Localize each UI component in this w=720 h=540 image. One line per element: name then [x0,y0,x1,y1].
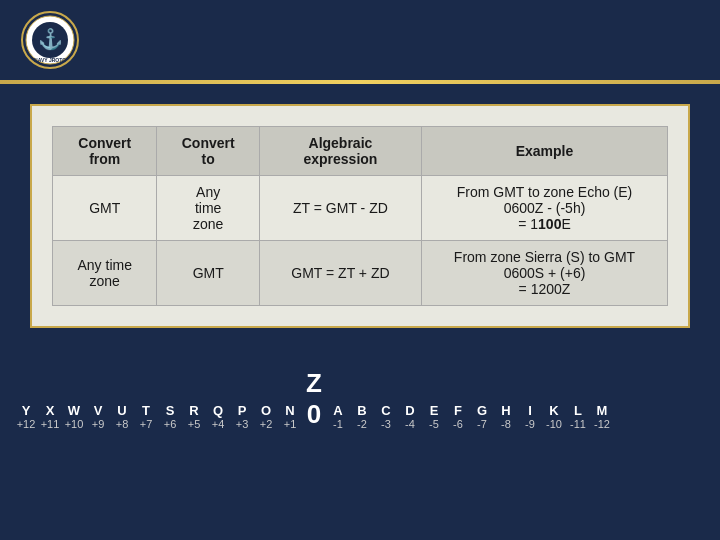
tz-number: +7 [140,418,153,430]
row1-from: GMT [53,176,157,241]
timezone-item-H: H-8 [495,403,517,430]
tz-letter: V [94,403,103,418]
timezone-bar: Y+12X+11W+10V+9U+8T+7S+6R+5Q+4P+3O+2N+1Z… [0,363,720,440]
tz-letter: G [477,403,487,418]
timezone-item-R: R+5 [183,403,205,430]
tz-letter: H [501,403,510,418]
conversion-table: Convertfrom Convertto Algebraicexpressio… [52,126,668,306]
tz-number: +12 [17,418,36,430]
col-header-example: Example [422,127,668,176]
tz-number: -7 [477,418,487,430]
timezone-item-V: V+9 [87,403,109,430]
tz-letter: K [549,403,558,418]
table-row: Any timezone GMT GMT = ZT + ZD From zone… [53,241,668,306]
tz-letter: L [574,403,582,418]
tz-number: +9 [92,418,105,430]
row2-example: From zone Sierra (S) to GMT 0600S + (+6)… [422,241,668,306]
tz-letter: M [597,403,608,418]
timezone-item-F: F-6 [447,403,469,430]
tz-letter: E [430,403,439,418]
tz-number: -5 [429,418,439,430]
tz-letter: F [454,403,462,418]
timezone-item-E: E-5 [423,403,445,430]
tz-letter: P [238,403,247,418]
timezone-item-B: B-2 [351,403,373,430]
timezone-item-C: C-3 [375,403,397,430]
tz-letter: S [166,403,175,418]
svg-text:⚓: ⚓ [38,27,63,51]
tz-number: +10 [65,418,84,430]
row1-example: From GMT to zone Echo (E) 0600Z - (-5h) … [422,176,668,241]
svg-text:NAVY JROTC: NAVY JROTC [34,57,66,63]
timezone-item-M: M-12 [591,403,613,430]
tz-number: +1 [284,418,297,430]
tz-number: -4 [405,418,415,430]
tz-letter: W [68,403,80,418]
timezone-item-N: N+1 [279,403,301,430]
table-row: GMT Anytimezone ZT = GMT - ZD From GMT t… [53,176,668,241]
tz-letter: U [117,403,126,418]
row2-to: GMT [157,241,259,306]
tz-number: +2 [260,418,273,430]
tz-number: -3 [381,418,391,430]
tz-number: -8 [501,418,511,430]
tz-letter: B [357,403,366,418]
tz-letter: I [528,403,532,418]
tz-number: -6 [453,418,463,430]
row1-expression: ZT = GMT - ZD [259,176,421,241]
timezone-item-K: K-10 [543,403,565,430]
tz-letter: X [46,403,55,418]
col-header-to: Convertto [157,127,259,176]
tz-letter: T [142,403,150,418]
tz-letter: N [285,403,294,418]
tz-number: +3 [236,418,249,430]
timezone-item-I: I-9 [519,403,541,430]
tz-letter: R [189,403,198,418]
tz-number: 0 [307,399,321,430]
main-content: Convertfrom Convertto Algebraicexpressio… [0,84,720,363]
tz-letter: O [261,403,271,418]
tz-number: -2 [357,418,367,430]
timezone-item-T: T+7 [135,403,157,430]
row2-from: Any timezone [53,241,157,306]
content-box: Convertfrom Convertto Algebraicexpressio… [30,104,690,328]
timezone-item-Y: Y+12 [15,403,37,430]
timezone-item-S: S+6 [159,403,181,430]
tz-number: -9 [525,418,535,430]
timezone-item-Q: Q+4 [207,403,229,430]
tz-letter: Y [22,403,31,418]
col-header-from: Convertfrom [53,127,157,176]
timezone-item-O: O+2 [255,403,277,430]
tz-number: +8 [116,418,129,430]
row2-expression: GMT = ZT + ZD [259,241,421,306]
timezone-item-L: L-11 [567,403,589,430]
row1-to: Anytimezone [157,176,259,241]
tz-number: +11 [41,418,60,430]
logo-icon: ⚓ NAVY JROTC [20,10,80,70]
timezone-item-G: G-7 [471,403,493,430]
tz-number: +5 [188,418,201,430]
tz-number: -12 [594,418,610,430]
timezone-item-Z: Z0 [303,368,325,430]
timezone-item-D: D-4 [399,403,421,430]
tz-number: +4 [212,418,225,430]
col-header-expression: Algebraicexpression [259,127,421,176]
tz-number: -11 [570,418,586,430]
tz-number: -1 [333,418,343,430]
timezone-item-P: P+3 [231,403,253,430]
tz-letter: Q [213,403,223,418]
header: ⚓ NAVY JROTC [0,0,720,80]
tz-letter: A [333,403,342,418]
tz-letter: Z [306,368,322,399]
timezone-item-U: U+8 [111,403,133,430]
tz-number: +6 [164,418,177,430]
tz-letter: D [405,403,414,418]
timezone-item-X: X+11 [39,403,61,430]
tz-number: -10 [546,418,562,430]
tz-letter: C [381,403,390,418]
timezone-item-W: W+10 [63,403,85,430]
timezone-item-A: A-1 [327,403,349,430]
